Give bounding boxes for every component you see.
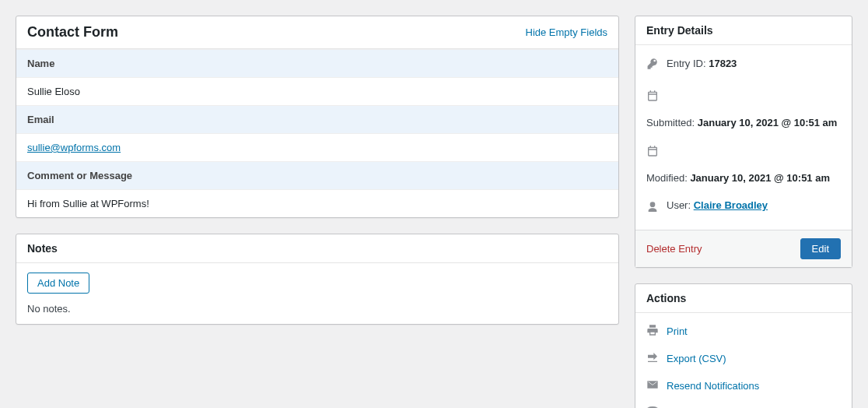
contact-form-title: Contact Form: [27, 24, 118, 40]
entry-details-footer: Delete Entry Edit: [635, 230, 852, 267]
notes-panel: Notes Add Note No notes.: [16, 234, 619, 325]
field-label-message: Comment or Message: [16, 161, 618, 190]
mail-icon: [646, 378, 659, 393]
field-label-name: Name: [16, 49, 618, 78]
modified-value: January 10, 2021 @ 10:51 am: [690, 172, 830, 184]
print-link[interactable]: Print: [667, 325, 688, 337]
edit-button[interactable]: Edit: [800, 238, 841, 259]
user-icon: [646, 201, 659, 216]
entry-details-panel: Entry Details Entry ID: 17823: [635, 16, 852, 268]
resend-link[interactable]: Resend Notifications: [667, 380, 759, 392]
action-item-export: Export (CSV): [646, 345, 841, 372]
action-item-resend: Resend Notifications: [646, 372, 841, 399]
contact-form-fields: Name Sullie Eloso Email sullie@wpforms.c…: [16, 49, 618, 217]
entry-id-label: Entry ID:: [667, 58, 706, 69]
actions-panel: Actions Print Export (CSV): [635, 283, 852, 408]
entry-details-title: Entry Details: [646, 24, 713, 37]
calendar-icon: [646, 145, 659, 163]
field-value-message: Hi from Sullie at WPForms!: [16, 190, 618, 217]
submitted-label: Submitted:: [646, 117, 695, 128]
export-icon: [646, 351, 659, 366]
detail-row-user: User: Claire Broadley: [646, 193, 841, 222]
key-icon: [646, 58, 659, 76]
action-item-unread: Mark Unread: [646, 399, 841, 408]
modified-label: Modified:: [646, 172, 688, 184]
field-value-name: Sullie Eloso: [16, 78, 618, 105]
field-label-email: Email: [16, 105, 618, 134]
notes-title: Notes: [27, 242, 58, 255]
email-link[interactable]: sullie@wpforms.com: [27, 142, 121, 153]
actions-title: Actions: [646, 292, 686, 304]
detail-row-entry-id: Entry ID: 17823: [646, 50, 841, 82]
delete-entry-link[interactable]: Delete Entry: [646, 243, 702, 255]
user-label: User:: [667, 199, 691, 211]
add-note-button[interactable]: Add Note: [27, 273, 89, 294]
entry-id-value: 17823: [709, 58, 737, 69]
actions-header: Actions: [635, 284, 852, 313]
hide-empty-fields-link[interactable]: Hide Empty Fields: [526, 26, 607, 38]
contact-form-header: Contact Form Hide Empty Fields: [16, 16, 618, 49]
detail-row-submitted: Submitted: January 10, 2021 @ 10:51 am: [646, 82, 841, 138]
entry-details-header: Entry Details: [635, 16, 852, 45]
notes-empty-text: No notes.: [27, 303, 607, 315]
field-value-email: sullie@wpforms.com: [16, 134, 618, 161]
user-link[interactable]: Claire Broadley: [694, 199, 768, 211]
action-item-print: Print: [646, 318, 841, 345]
submitted-value: January 10, 2021 @ 10:51 am: [698, 117, 838, 128]
calendar-icon: [646, 90, 659, 107]
detail-row-modified: Modified: January 10, 2021 @ 10:51 am: [646, 137, 841, 193]
contact-form-panel: Contact Form Hide Empty Fields Name Sull…: [16, 16, 619, 218]
notes-header: Notes: [16, 234, 618, 263]
print-icon: [646, 324, 659, 339]
export-link[interactable]: Export (CSV): [667, 353, 726, 364]
